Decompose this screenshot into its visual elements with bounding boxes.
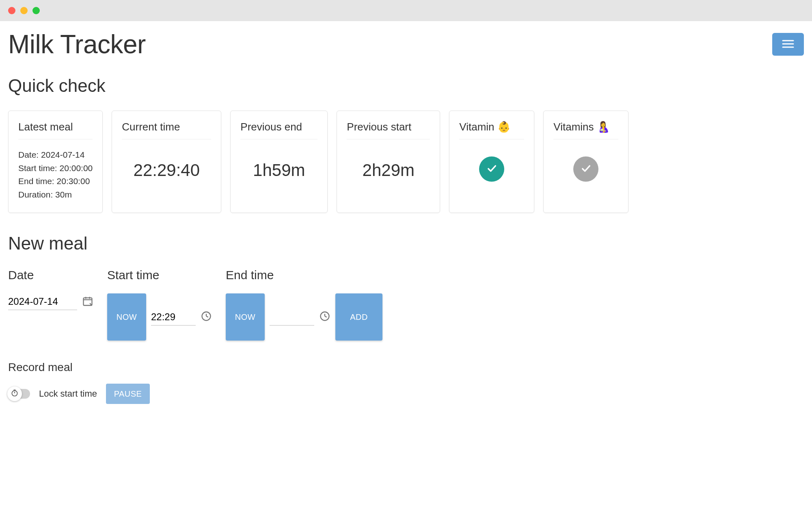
window-zoom-button[interactable]	[32, 7, 40, 14]
timer-icon	[11, 389, 19, 399]
lock-start-time-toggle[interactable]	[8, 389, 30, 399]
quick-check-cards: Latest meal Date: 2024-07-14 Start time:…	[8, 111, 804, 213]
menu-button[interactable]	[772, 33, 804, 56]
end-now-button[interactable]: NOW	[226, 293, 265, 341]
end-time-input[interactable]	[270, 309, 314, 326]
window-titlebar	[0, 0, 812, 21]
clock-icon[interactable]	[201, 310, 212, 323]
card-current-time: Current time 22:29:40	[112, 111, 221, 213]
card-latest-meal: Latest meal Date: 2024-07-14 Start time:…	[8, 111, 103, 213]
previous-end-value: 1h59m	[240, 161, 317, 180]
latest-meal-duration: Duration: 30m	[18, 188, 93, 202]
lock-start-time-label: Lock start time	[39, 389, 97, 399]
svg-point-13	[12, 391, 17, 396]
toggle-knob	[7, 386, 22, 401]
card-title: Latest meal	[18, 121, 93, 139]
svg-line-12	[325, 316, 327, 317]
previous-start-value: 2h29m	[347, 161, 430, 180]
card-title: Current time	[122, 121, 211, 139]
end-time-label: End time	[226, 268, 382, 282]
add-meal-button[interactable]: ADD	[335, 293, 382, 341]
card-title: Vitamin 👶	[459, 121, 524, 139]
window-minimize-button[interactable]	[20, 7, 28, 14]
new-meal-form: Date Start time NOW End time NOW	[8, 268, 804, 341]
date-input[interactable]	[8, 293, 77, 310]
start-now-button[interactable]: NOW	[107, 293, 146, 341]
start-time-label: Start time	[107, 268, 212, 282]
app-title: Milk Tracker	[8, 29, 146, 59]
hamburger-icon	[782, 39, 795, 50]
svg-line-9	[206, 316, 208, 317]
card-title: Previous end	[240, 121, 317, 139]
check-icon	[486, 163, 497, 176]
current-time-value: 22:29:40	[122, 161, 211, 180]
vitamins-mom-check-button[interactable]	[573, 156, 598, 182]
card-vitamin-baby: Vitamin 👶	[449, 111, 534, 213]
pause-button[interactable]: PAUSE	[106, 384, 150, 404]
latest-meal-end: End time: 20:30:00	[18, 175, 93, 188]
latest-meal-start: Start time: 20:00:00	[18, 162, 93, 175]
quick-check-heading: Quick check	[8, 76, 804, 96]
card-title: Vitamins 🤱	[553, 121, 618, 139]
new-meal-heading: New meal	[8, 233, 804, 254]
card-previous-start: Previous start 2h29m	[337, 111, 440, 213]
vitamin-baby-check-button[interactable]	[479, 156, 504, 182]
check-icon	[580, 163, 592, 176]
window-close-button[interactable]	[8, 7, 15, 14]
clock-icon[interactable]	[319, 310, 330, 323]
calendar-icon[interactable]	[82, 295, 93, 308]
date-label: Date	[8, 268, 93, 282]
card-title: Previous start	[347, 121, 430, 139]
card-previous-end: Previous end 1h59m	[230, 111, 328, 213]
latest-meal-date: Date: 2024-07-14	[18, 148, 93, 162]
card-vitamins-mom: Vitamins 🤱	[543, 111, 628, 213]
start-time-input[interactable]	[151, 309, 196, 326]
record-meal-heading: Record meal	[8, 361, 804, 374]
